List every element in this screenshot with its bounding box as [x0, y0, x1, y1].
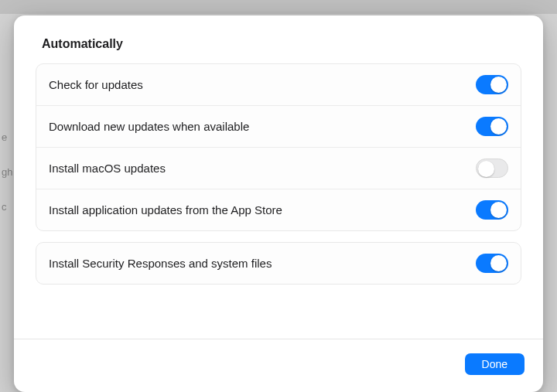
sheet-footer: Done: [14, 339, 543, 392]
sheet-content: Automatically Check for updates Download…: [14, 15, 543, 339]
row-check-for-updates: Check for updates: [36, 64, 521, 105]
toggle-knob: [490, 77, 507, 93]
settings-sheet: Automatically Check for updates Download…: [14, 15, 543, 392]
row-install-security-responses: Install Security Responses and system fi…: [36, 243, 521, 284]
section-header: Automatically: [36, 37, 521, 51]
toggle-download-new-updates[interactable]: [476, 117, 508, 136]
background-toolbar: [0, 0, 557, 14]
toggle-knob: [478, 161, 494, 177]
row-label: Install application updates from the App…: [49, 203, 282, 216]
settings-group-1: Check for updates Download new updates w…: [36, 63, 521, 231]
row-label: Install macOS updates: [49, 162, 166, 175]
done-button[interactable]: Done: [465, 353, 525, 375]
row-install-macos-updates: Install macOS updates: [36, 147, 521, 189]
toggle-install-macos-updates[interactable]: [476, 159, 508, 178]
settings-group-2: Install Security Responses and system fi…: [36, 242, 521, 285]
toggle-knob: [490, 255, 507, 271]
row-download-new-updates: Download new updates when available: [36, 105, 521, 147]
row-label: Download new updates when available: [49, 120, 249, 133]
toggle-install-security-responses[interactable]: [476, 254, 508, 273]
row-label: Check for updates: [49, 78, 143, 91]
toggle-knob: [490, 202, 507, 218]
toggle-install-app-store-updates[interactable]: [476, 200, 508, 220]
toggle-check-for-updates[interactable]: [476, 75, 508, 94]
row-install-app-store-updates: Install application updates from the App…: [36, 189, 521, 230]
row-label: Install Security Responses and system fi…: [49, 257, 272, 270]
toggle-knob: [490, 118, 507, 135]
